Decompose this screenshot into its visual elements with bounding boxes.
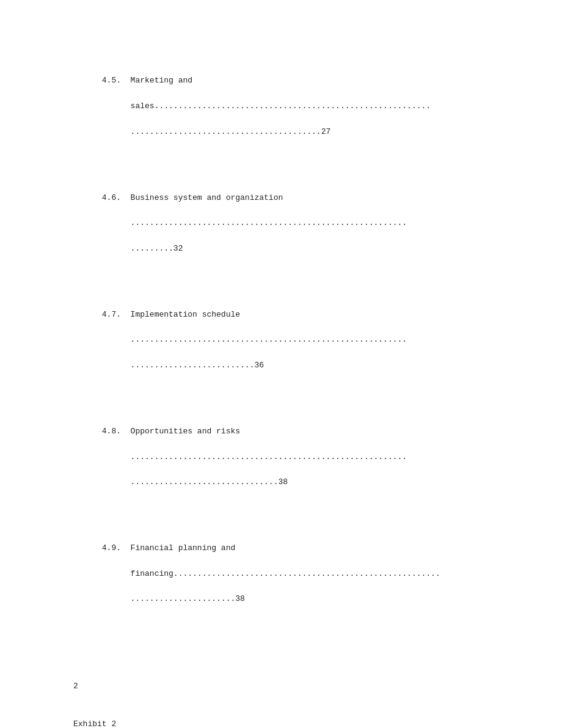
exhibit-title-label: Exhibit 2 (73, 718, 513, 728)
section-page: ........................................… (102, 127, 330, 136)
section-dots: ........................................… (102, 335, 407, 344)
section-page: ......................38 (102, 594, 245, 603)
toc-item-46: 4.6. Business system and organization ..… (73, 179, 513, 268)
section-dots: ........................................… (102, 452, 407, 461)
section-number: 4.9. Financial planning and (102, 543, 235, 553)
exhibit-section: 2 Exhibit 2 KEY FACTORS FOR SUCCESS OF I… (73, 655, 513, 728)
toc-item-48: 4.8. Opportunities and risks ...........… (73, 413, 513, 502)
section-number: 4.7. Implementation schedule (102, 310, 240, 319)
section-page: ...............................38 (102, 477, 288, 487)
section-dots: ........................................… (102, 218, 407, 227)
section-dots: sales...................................… (102, 101, 431, 111)
toc-item-49: 4.9. Financial planning and financing...… (73, 529, 513, 619)
section-page: .........32 (102, 244, 183, 253)
section-page: ..........................36 (102, 361, 264, 370)
document-body: 4.5. Marketing and sales................… (73, 37, 513, 728)
toc-item-47: 4.7. Implementation schedule ...........… (73, 296, 513, 385)
toc-section: 4.5. Marketing and sales................… (73, 37, 513, 646)
exhibit-page-number: 2 (73, 680, 513, 693)
section-number: 4.8. Opportunities and risks (102, 427, 240, 436)
section-number: 4.6. Business system and organization (102, 193, 283, 202)
toc-item-45: 4.5. Marketing and sales................… (73, 62, 513, 152)
section-dots: financing...............................… (102, 569, 440, 578)
section-number: 4.5. Marketing and (102, 76, 192, 85)
